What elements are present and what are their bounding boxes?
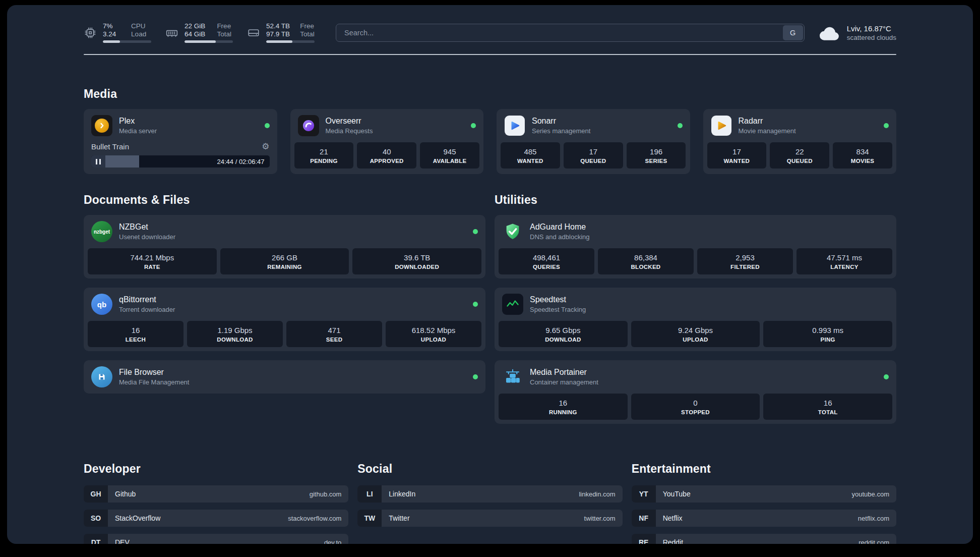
service-subtitle: Series management [532, 127, 590, 135]
media-section: Media Plex Media server [84, 87, 896, 174]
stat-value: 834 [835, 147, 890, 156]
search-provider-button[interactable]: G [783, 25, 803, 40]
status-dot [678, 123, 683, 128]
weather-widget[interactable]: Lviv, 16.87°C scattered clouds [819, 24, 896, 41]
stat-value: 86,384 [600, 253, 692, 262]
cpu-progress-fill [103, 40, 120, 43]
gear-icon[interactable]: ⚙ [262, 142, 269, 151]
stat-tile: 17 WANTED [707, 142, 767, 169]
stat-tile: 9.24 Gbps UPLOAD [631, 321, 760, 347]
bookmark-url: netflix.com [858, 515, 896, 522]
bookmark-stackoverflow[interactable]: SO StackOverflow stackoverflow.com [84, 510, 348, 527]
disk-free-value: 52.4 TB [266, 22, 290, 30]
overseerr-card[interactable]: Overseerr Media Requests 21 PENDING 40 A… [290, 109, 484, 174]
bookmarks-area: Developer GH Github github.com SO StackO… [84, 462, 896, 544]
stat-label: STOPPED [633, 409, 758, 415]
qbittorrent-card[interactable]: qb qBittorrent Torrent downloader 16 LEE… [84, 288, 485, 351]
bookmark-twitter[interactable]: TW Twitter twitter.com [357, 510, 622, 527]
section-title-social: Social [357, 462, 622, 476]
stat-tile: 0.993 ms PING [763, 321, 892, 347]
portainer-card[interactable]: Media Portainer Container management 16 … [495, 360, 896, 424]
stat-label: LATENCY [799, 264, 890, 270]
stat-tile: 9.65 Gbps DOWNLOAD [499, 321, 628, 347]
adguard-card[interactable]: AdGuard Home DNS and adblocking 498,461 … [495, 215, 896, 278]
speedtest-card[interactable]: Speedtest Speedtest Tracking 9.65 Gbps D… [495, 288, 896, 351]
stat-value: 9.24 Gbps [633, 326, 758, 335]
radarr-icon [711, 115, 732, 136]
nzbget-icon: nzbget [91, 221, 112, 242]
bookmark-linkedin[interactable]: LI LinkedIn linkedin.com [357, 485, 622, 503]
bookmark-abbr: LI [357, 485, 382, 503]
stat-label: DOWNLOAD [501, 337, 626, 343]
nzbget-card[interactable]: nzbget NZBGet Usenet downloader 744.21 M… [84, 215, 485, 278]
service-title: NZBGet [119, 222, 175, 232]
bookmark-reddit[interactable]: RE Reddit reddit.com [632, 534, 896, 544]
stat-label: DOWNLOAD [189, 337, 281, 343]
service-subtitle: Media server [119, 127, 157, 135]
sonarr-icon [504, 115, 525, 136]
memory-total-value: 64 GiB [185, 30, 207, 38]
status-dot [265, 123, 270, 128]
stat-tile: 86,384 BLOCKED [598, 248, 694, 274]
stat-label: REMAINING [222, 264, 347, 270]
filebrowser-icon [91, 366, 112, 387]
stat-value: 618.52 Mbps [388, 326, 479, 335]
filebrowser-card[interactable]: File Browser Media File Management [84, 360, 485, 394]
bookmark-name: Netflix [656, 514, 683, 522]
bookmark-youtube[interactable]: YT YouTube youtube.com [632, 485, 896, 503]
section-title-utilities: Utilities [495, 193, 896, 207]
media-progressbar: 24:44 / 02:06:47 [91, 155, 270, 168]
bookmark-url: stackoverflow.com [288, 515, 348, 522]
memory-total-label: Total [217, 30, 233, 38]
memory-free-value: 22 GiB [185, 22, 207, 30]
stat-tile: 47.571 ms LATENCY [797, 248, 892, 274]
stat-tile: 196 SERIES [627, 142, 686, 169]
stat-label: UPLOAD [388, 337, 479, 343]
bookmark-url: reddit.com [859, 539, 896, 544]
stat-label: WANTED [503, 158, 558, 164]
stat-label: LEECH [90, 337, 181, 343]
media-grid: Plex Media server Bullet Train ⚙ 24:44 /… [84, 109, 896, 174]
service-subtitle: Usenet downloader [119, 233, 175, 241]
stat-label: PING [765, 337, 890, 343]
disk-icon [247, 26, 260, 39]
cloud-icon [819, 24, 841, 41]
bookmark-abbr: RE [632, 534, 656, 544]
bookmark-netflix[interactable]: NF Netflix netflix.com [632, 510, 896, 527]
stat-label: UPLOAD [633, 337, 758, 343]
stat-value: 196 [629, 147, 684, 156]
pause-button[interactable] [91, 155, 105, 168]
bookmark-dev[interactable]: DT DEV dev.to [84, 534, 348, 544]
stat-tile: 834 MOVIES [833, 142, 892, 169]
section-title-developer: Developer [84, 462, 348, 476]
bookmark-name: Twitter [382, 514, 409, 522]
bookmark-url: youtube.com [852, 490, 896, 498]
stat-tile: 1.19 Gbps DOWNLOAD [187, 321, 283, 347]
section-title-documents: Documents & Files [84, 193, 485, 207]
bookmarks-developer: Developer GH Github github.com SO StackO… [84, 462, 348, 544]
cpu-load-label: Load [131, 30, 151, 38]
bookmark-name: StackOverflow [108, 514, 160, 522]
section-title-media: Media [84, 87, 896, 101]
sonarr-card[interactable]: Sonarr Series management 485 WANTED 17 Q… [497, 109, 690, 174]
stat-value: 40 [359, 147, 414, 156]
plex-card[interactable]: Plex Media server Bullet Train ⚙ 24:44 /… [84, 109, 277, 174]
stat-value: 0.993 ms [765, 326, 890, 335]
stat-value: 17 [709, 147, 765, 156]
service-subtitle: DNS and adblocking [530, 233, 590, 241]
stat-tile: 266 GB REMAINING [220, 248, 349, 274]
stat-value: 0 [633, 399, 758, 407]
stat-tile: 471 SEED [286, 321, 382, 347]
media-progress-fill [105, 155, 139, 168]
radarr-card[interactable]: Radarr Movie management 17 WANTED 22 QUE… [703, 109, 897, 174]
service-title: Overseerr [326, 117, 373, 126]
search-bar: G [336, 24, 805, 42]
stat-tile: 0 STOPPED [631, 394, 760, 420]
service-subtitle: Speedtest Tracking [530, 306, 586, 313]
stat-label: SERIES [629, 158, 684, 164]
stat-value: 9.65 Gbps [501, 326, 626, 335]
documents-column: Documents & Files nzbget NZBGet Usenet d… [84, 193, 485, 424]
service-subtitle: Media Requests [326, 127, 373, 135]
search-input[interactable] [336, 24, 782, 41]
bookmark-github[interactable]: GH Github github.com [84, 485, 348, 503]
